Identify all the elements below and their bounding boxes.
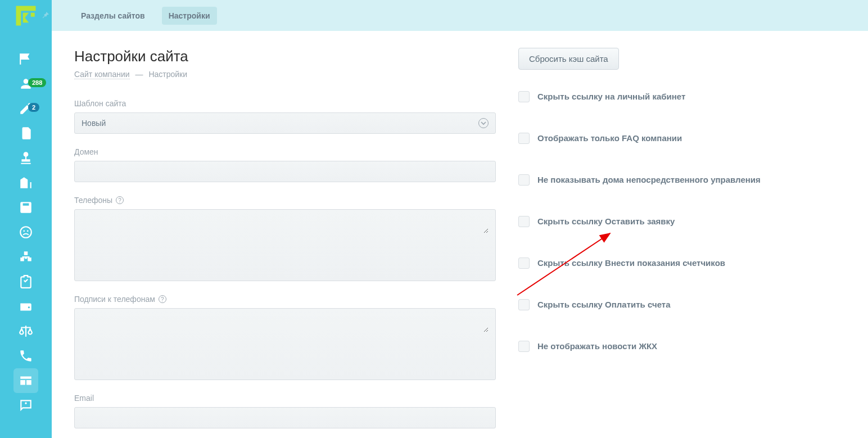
badge-edit: 2: [28, 103, 39, 112]
label-hide-pay: Скрыть ссылку Оплатить счета: [537, 299, 670, 310]
textarea-phone-captions-wrap: [74, 308, 496, 380]
sidebar-item-building[interactable]: [0, 170, 52, 195]
sidebar-item-edit[interactable]: 2: [0, 96, 52, 121]
textarea-phones-wrap: [74, 209, 496, 281]
checkbox-hide-direct-houses[interactable]: [518, 174, 530, 186]
input-domain[interactable]: [82, 161, 489, 170]
svg-point-1: [20, 227, 31, 238]
topbar: Разделы сайтов Настройки: [52, 0, 868, 31]
label-hide-lk: Скрыть ссылку на личный кабинет: [537, 91, 685, 102]
label-phones: Телефоны: [74, 196, 112, 205]
help-icon[interactable]: ?: [116, 196, 124, 204]
svg-point-3: [27, 231, 29, 232]
label-domain: Домен: [74, 147, 496, 156]
sidebar-item-docs[interactable]: [0, 121, 52, 146]
sidebar-item-calc[interactable]: [0, 195, 52, 220]
page-title: Настройки сайта: [74, 48, 496, 65]
label-hide-direct-houses: Не показывать дома непосредственного упр…: [537, 174, 761, 186]
sidebar-item-site[interactable]: [13, 368, 38, 393]
textarea-phone-captions[interactable]: [82, 314, 489, 332]
left-sidebar: 288 2: [0, 0, 52, 438]
checkbox-hide-news[interactable]: [518, 341, 530, 352]
label-hide-meters: Скрыть ссылку Внести показания счетчиков: [537, 258, 725, 269]
input-domain-wrap: [74, 161, 496, 182]
sidebar-item-flag[interactable]: [0, 47, 52, 71]
label-hide-news: Не отображать новости ЖКХ: [537, 341, 657, 352]
checkbox-hide-lk[interactable]: [518, 91, 530, 102]
badge-users: 288: [28, 78, 46, 87]
sidebar-item-wallet[interactable]: [0, 294, 52, 319]
reset-cache-button[interactable]: Сбросить кэш сайта: [518, 48, 619, 70]
sidebar-item-scales[interactable]: [0, 319, 52, 344]
label-hide-leave-request: Скрыть ссылку Оставить заявку: [537, 216, 675, 227]
sidebar-item-phone[interactable]: [0, 344, 52, 368]
label-template: Шаблон сайта: [74, 99, 496, 108]
crumb-current: Настройки: [148, 70, 187, 79]
input-email[interactable]: [82, 408, 489, 417]
sidebar-item-face[interactable]: [0, 220, 52, 245]
svg-point-2: [23, 231, 25, 232]
pin-icon[interactable]: [40, 10, 51, 20]
breadcrumb: Сайт компании — Настройки: [74, 70, 496, 79]
textarea-phones[interactable]: [82, 215, 489, 233]
select-template[interactable]: Новый: [74, 112, 496, 134]
crumb-site-link[interactable]: Сайт компании: [74, 70, 130, 79]
label-phone-captions: Подписи к телефонам: [74, 295, 155, 304]
chevron-down-icon: [478, 118, 489, 128]
checkbox-hide-leave-request[interactable]: [518, 216, 530, 227]
help-icon[interactable]: ?: [159, 295, 166, 303]
tab-sections[interactable]: Разделы сайтов: [74, 7, 152, 25]
sidebar-item-chat[interactable]: [0, 393, 52, 418]
checkbox-hide-meters[interactable]: [518, 258, 530, 269]
sidebar-item-stamp[interactable]: [0, 146, 52, 170]
sidebar-item-users[interactable]: 288: [0, 71, 52, 96]
sidebar-item-clipboard[interactable]: [0, 269, 52, 294]
label-email: Email: [74, 394, 496, 403]
select-template-value: Новый: [82, 119, 106, 128]
label-only-faq: Отображать только FAQ компании: [537, 133, 682, 144]
checkbox-only-faq[interactable]: [518, 133, 530, 144]
svg-rect-0: [31, 12, 35, 16]
sidebar-item-org[interactable]: [0, 245, 52, 269]
input-email-wrap: [74, 407, 496, 428]
tab-settings[interactable]: Настройки: [162, 7, 217, 25]
checkbox-hide-pay[interactable]: [518, 299, 530, 310]
